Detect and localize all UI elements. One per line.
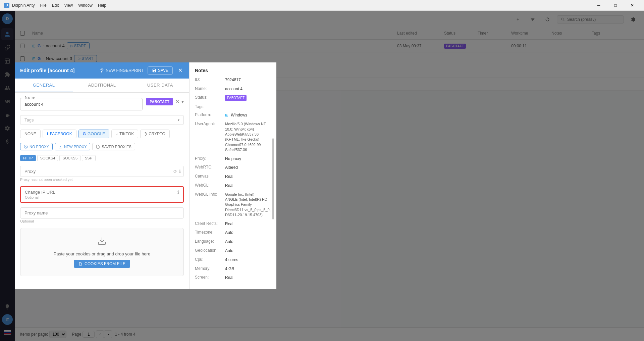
tab-user-data[interactable]: USER DATA [131, 79, 189, 92]
platform-buttons: NONE f FACEBOOK G GOOGLE ♪ TIKTOK ₿ [20, 130, 184, 138]
maximize-button[interactable]: □ [608, 0, 623, 11]
info-row-timezone: Timezone: Auto [195, 230, 271, 236]
new-proxy-button[interactable]: NEW PROXY [55, 143, 90, 150]
change-ip-input[interactable] [25, 190, 177, 195]
info-row-webgl: WebGL: Real [195, 183, 271, 189]
menu-view[interactable]: View [64, 3, 73, 8]
menu-help[interactable]: Help [98, 3, 106, 8]
new-fingerprint-label: NEW FINGERPRINT [106, 68, 144, 73]
window-controls: ─ □ ✕ [591, 0, 640, 11]
modal-overlay: Edit profile [account 4] NEW FINGERPRINT… [0, 11, 644, 341]
modal-header-actions: NEW FINGERPRINT SAVE ✕ [100, 66, 184, 75]
webgl-info-value: Google Inc. (Intel) ANGLE (Intel, Intel(… [225, 192, 271, 218]
proxy-info-icon[interactable]: ℹ [179, 169, 181, 174]
proxy-name-hint: Optional [20, 219, 184, 223]
protocol-socks5-button[interactable]: SOCKS5 [59, 155, 80, 161]
proxy-name-wrapper [20, 207, 184, 218]
protocol-socks4-button[interactable]: SOCKS4 [37, 155, 58, 161]
proxy-info-value: No proxy [225, 156, 271, 162]
name-label: Name [23, 95, 36, 99]
webrtc-label: WebRTC: [195, 165, 225, 170]
menu-file[interactable]: File [40, 3, 46, 8]
info-row-canvas: Canvas: Real [195, 174, 271, 180]
minimize-button[interactable]: ─ [591, 0, 606, 11]
clear-name-button[interactable]: ✕ [175, 98, 179, 105]
menu-window[interactable]: Window [78, 3, 93, 8]
info-row-name: Name: account 4 [195, 86, 271, 92]
name-input[interactable] [20, 98, 143, 110]
status-info-label: Status: [195, 95, 225, 101]
saved-proxies-button[interactable]: SAVED PROXIES [92, 143, 135, 150]
geolocation-value: Auto [225, 248, 271, 254]
client-rects-value: Real [225, 221, 271, 227]
platform-google-button[interactable]: G GOOGLE [78, 130, 109, 138]
proxy-input-icons: ⟳ ℹ [173, 169, 181, 174]
protocol-badges: HTTP SOCKS4 SOCKS5 SSH [20, 155, 184, 161]
proxy-input-section: ⟳ ℹ Proxy has not been checked yet [20, 166, 184, 182]
proxy-hint: Proxy has not been checked yet [20, 178, 184, 182]
save-button[interactable]: SAVE [148, 66, 173, 75]
info-row-screen: Screen: Real [195, 275, 271, 281]
info-row-webgl-info: WebGL Info: Google Inc. (Intel) ANGLE (I… [195, 192, 271, 218]
geolocation-label: Geolocation: [195, 248, 225, 254]
app-title: Dolphin Anty [12, 3, 35, 8]
proxy-input[interactable] [20, 166, 183, 177]
modal-tabs: GENERAL ADDITIONAL USER DATA [15, 79, 189, 93]
screen-label: Screen: [195, 275, 225, 281]
notes-header: Notes [195, 68, 271, 73]
modal-header: Edit profile [account 4] NEW FINGERPRINT… [15, 62, 189, 79]
change-ip-info-icon[interactable]: ℹ [177, 190, 179, 195]
protocol-http-button[interactable]: HTTP [20, 155, 36, 161]
webgl-label: WebGL: [195, 183, 225, 189]
platform-facebook-button[interactable]: f FACEBOOK [43, 130, 76, 138]
proxy-type-buttons: NO PROXY NEW PROXY SAVED PROXIES [20, 143, 184, 150]
info-row-status: Status: РАБОТАЕТ [195, 95, 271, 101]
platform-tiktok-button[interactable]: ♪ TIKTOK [111, 130, 138, 138]
scrollbar-indicator[interactable] [272, 138, 274, 220]
tags-dropdown-icon: ▾ [178, 118, 179, 122]
memory-label: Memory: [195, 266, 225, 272]
memory-value: 4 GB [225, 266, 271, 272]
cookies-from-file-button[interactable]: COOKIES FROM FILE [74, 260, 130, 268]
platform-info-label: Platform: [195, 112, 225, 118]
webgl-info-label: WebGL Info: [195, 192, 225, 218]
language-value: Auto [225, 239, 271, 245]
protocol-ssh-button[interactable]: SSH [82, 155, 96, 161]
info-row-language: Language: Auto [195, 239, 271, 245]
modal-left-panel: Edit profile [account 4] NEW FINGERPRINT… [15, 62, 189, 289]
status-badge: РАБОТАЕТ [146, 98, 173, 105]
tags-info-value [225, 104, 271, 109]
id-label: ID: [195, 77, 225, 83]
no-proxy-button[interactable]: NO PROXY [20, 143, 53, 150]
close-button[interactable]: ✕ [625, 0, 640, 11]
tags-input[interactable]: Tags ▾ [20, 115, 184, 125]
proxy-name-input[interactable] [24, 210, 179, 215]
cookies-from-file-label: COOKIES FROM FILE [85, 261, 125, 266]
timezone-label: Timezone: [195, 230, 225, 236]
modal-right-panel: Notes ID: 7924817 Name: account 4 Status… [189, 62, 276, 289]
windows-platform-icon: ⊞ [225, 113, 228, 117]
tab-additional[interactable]: ADDITIONAL [73, 79, 131, 92]
info-row-geolocation: Geolocation: Auto [195, 248, 271, 254]
timezone-value: Auto [225, 230, 271, 236]
platform-info-value: ⊞ Windows [225, 112, 271, 118]
google-icon: G [83, 132, 86, 136]
modal-close-button[interactable]: ✕ [177, 67, 184, 74]
name-info-label: Name: [195, 86, 225, 92]
new-fingerprint-button[interactable]: NEW FINGERPRINT [100, 68, 144, 73]
dropdown-button[interactable]: ▾ [181, 99, 184, 104]
menu-edit[interactable]: Edit [52, 3, 59, 8]
info-row-useragent: UserAgent: Mozilla/5.0 (Windows NT 10.0;… [195, 121, 271, 152]
useragent-label: UserAgent: [195, 121, 225, 152]
cookie-drop-area[interactable]: Paste your cookies or drag and drop your… [20, 228, 184, 276]
change-ip-section: ℹ Optional [20, 186, 184, 203]
canvas-label: Canvas: [195, 174, 225, 180]
info-row-webrtc: WebRTC: Altered [195, 165, 271, 170]
tab-general[interactable]: GENERAL [15, 79, 73, 92]
no-proxy-icon [24, 145, 28, 149]
platform-crypto-button[interactable]: ₿ CRYPTO [140, 130, 170, 138]
platform-none-button[interactable]: NONE [20, 130, 41, 138]
proxy-refresh-icon[interactable]: ⟳ [173, 169, 177, 174]
language-label: Language: [195, 239, 225, 245]
status-info-value: РАБОТАЕТ [225, 95, 271, 101]
